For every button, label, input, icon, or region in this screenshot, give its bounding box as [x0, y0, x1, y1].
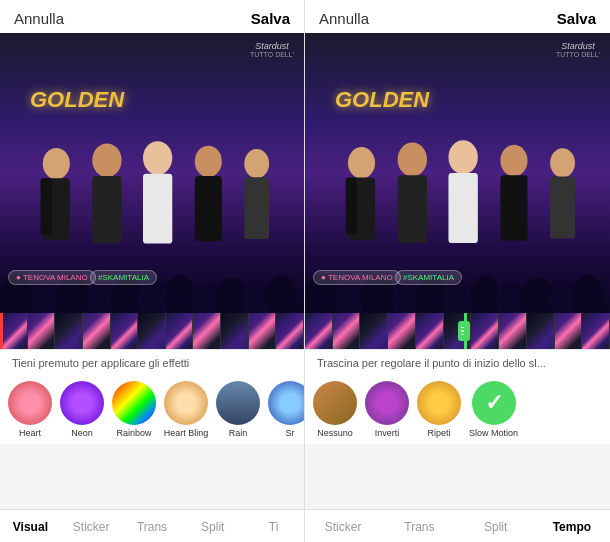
tag-tenova: ● TENOVA MILANO: [8, 270, 96, 285]
svg-rect-32: [550, 177, 575, 239]
frame: [111, 313, 139, 349]
frame: [305, 313, 333, 349]
svg-point-5: [143, 141, 172, 175]
right-tab-sticker[interactable]: Sticker: [305, 520, 381, 534]
right-save-button[interactable]: Salva: [557, 10, 596, 27]
left-video-area: Stardust TUTTO DELL' GOLDEN: [0, 33, 304, 313]
tab-ti[interactable]: Ti: [243, 520, 304, 534]
frame: [0, 313, 28, 349]
logo-stardust: Stardust: [250, 41, 294, 51]
right-video-area: Stardust TUTTO DELL' GOLDEN: [305, 33, 610, 313]
right-video-placeholder: Stardust TUTTO DELL' GOLDEN: [305, 33, 610, 313]
effect-neon-circle: [60, 381, 104, 425]
right-tab-trans[interactable]: Trans: [381, 520, 457, 534]
effect-rainbow-label: Rainbow: [116, 428, 151, 438]
left-effects-hint: Tieni premuto per applicare gli effetti: [0, 349, 304, 373]
frame: [138, 313, 166, 349]
left-scrubber[interactable]: [0, 313, 3, 349]
effect-rain-circle: [216, 381, 260, 425]
svg-point-25: [398, 143, 427, 177]
effect-heart[interactable]: Heart: [8, 381, 52, 438]
tab-sticker[interactable]: Sticker: [61, 520, 122, 534]
effect-inverti-label: Inverti: [375, 428, 400, 438]
svg-rect-6: [143, 174, 172, 244]
effect-ripeti[interactable]: Ripeti: [417, 381, 461, 438]
svg-rect-28: [448, 173, 477, 243]
strip-frames-left: [0, 313, 304, 349]
svg-point-7: [195, 146, 222, 178]
effect-inverti-circle: [365, 381, 409, 425]
frame: [527, 313, 555, 349]
frame: [28, 313, 56, 349]
effect-slowmotion[interactable]: ✓ Slow Motion: [469, 381, 518, 438]
svg-point-3: [92, 143, 121, 177]
logo-area: Stardust TUTTO DELL': [250, 41, 294, 58]
left-video-placeholder: Stardust TUTTO DELL' GOLDEN: [0, 33, 304, 313]
svg-rect-26: [398, 176, 427, 244]
effect-nessuno[interactable]: Nessuno: [313, 381, 357, 438]
svg-point-43: [572, 275, 604, 313]
frame: [166, 313, 194, 349]
tag-tenova-right: ● TENOVA MILANO: [313, 270, 401, 285]
effect-slowmotion-circle: ✓: [472, 381, 516, 425]
effect-sr-label: Sr: [286, 428, 295, 438]
effect-neon[interactable]: Neon: [60, 381, 104, 438]
svg-point-22: [348, 147, 375, 179]
right-tab-tempo[interactable]: Tempo: [534, 520, 610, 534]
logo-tutto-right: TUTTO DELL': [556, 51, 600, 58]
left-cancel-button[interactable]: Annulla: [14, 10, 64, 27]
left-panel: Annulla Salva Stardust TUTTO DELL' GOLDE…: [0, 0, 305, 542]
effect-rainbow[interactable]: Rainbow: [112, 381, 156, 438]
tab-visual[interactable]: Visual: [0, 520, 61, 534]
effect-heart-circle: [8, 381, 52, 425]
left-effects-row: Heart Neon Rainbow Heart Bling Rain Sr: [0, 373, 304, 444]
frame: [555, 313, 583, 349]
left-timeline-strip[interactable]: [0, 313, 304, 349]
svg-point-17: [166, 275, 195, 313]
frame: [499, 313, 527, 349]
svg-point-31: [550, 148, 575, 177]
svg-rect-2: [41, 178, 52, 234]
frame: [388, 313, 416, 349]
svg-point-39: [471, 275, 500, 313]
frame: [55, 313, 83, 349]
right-tab-split[interactable]: Split: [458, 520, 534, 534]
logo-stardust-right: Stardust: [556, 41, 600, 51]
right-panel: Annulla Salva Stardust TUTTO DELL' GOLDE…: [305, 0, 610, 542]
right-timeline-strip[interactable]: [305, 313, 610, 349]
svg-rect-24: [346, 178, 357, 234]
frame: [471, 313, 499, 349]
effect-heartbling[interactable]: Heart Bling: [164, 381, 208, 438]
effect-ripeti-label: Ripeti: [427, 428, 450, 438]
effect-ripeti-circle: [417, 381, 461, 425]
effect-nessuno-circle: [313, 381, 357, 425]
right-effects-hint: Trascina per regolare il punto di inizio…: [305, 349, 610, 373]
effect-heartbling-circle: [164, 381, 208, 425]
effect-slowmotion-label: Slow Motion: [469, 428, 518, 438]
frame: [416, 313, 444, 349]
tab-split[interactable]: Split: [182, 520, 243, 534]
right-cancel-button[interactable]: Annulla: [319, 10, 369, 27]
frame: [249, 313, 277, 349]
svg-rect-10: [244, 177, 269, 239]
left-save-button[interactable]: Salva: [251, 10, 290, 27]
svg-rect-30: [500, 176, 527, 242]
checkmark-icon: ✓: [485, 390, 503, 416]
effect-rain[interactable]: Rain: [216, 381, 260, 438]
svg-point-21: [266, 275, 298, 313]
frame: [276, 313, 304, 349]
logo-tutto: TUTTO DELL': [250, 51, 294, 58]
effect-inverti[interactable]: Inverti: [365, 381, 409, 438]
effect-rain-label: Rain: [229, 428, 248, 438]
left-header: Annulla Salva: [0, 0, 304, 33]
effect-sr[interactable]: Sr: [268, 381, 304, 438]
effect-sr-circle: [268, 381, 304, 425]
effect-rainbow-circle: [112, 381, 156, 425]
svg-rect-4: [92, 176, 121, 244]
right-scrubber-line: [464, 313, 467, 349]
logo-area-right: Stardust TUTTO DELL': [556, 41, 600, 58]
tab-trans[interactable]: Trans: [122, 520, 183, 534]
frame: [582, 313, 610, 349]
frame: [193, 313, 221, 349]
tag-skam: #SKAMITALIA: [90, 270, 157, 285]
